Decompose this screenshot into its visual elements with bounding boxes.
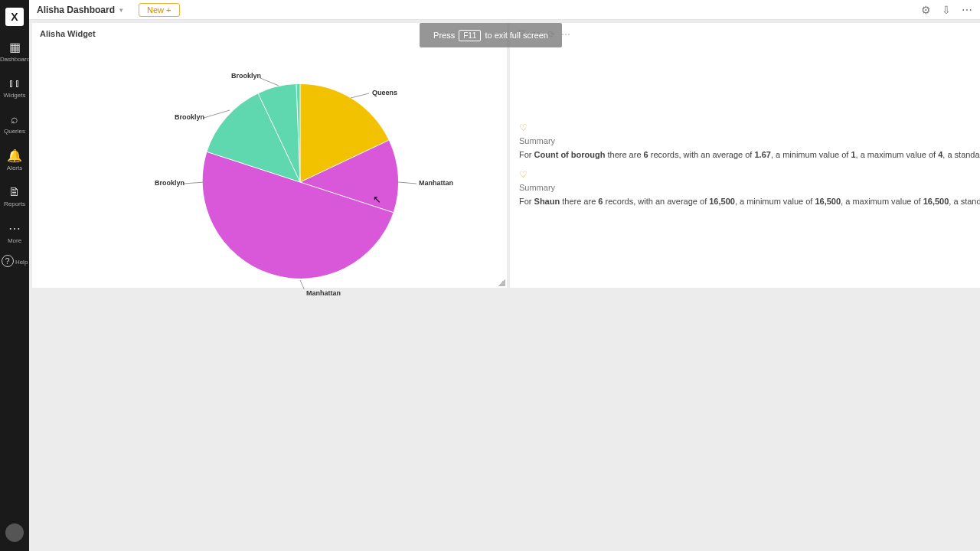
nav-queries[interactable]: ⌕ Queries [0, 112, 29, 135]
svg-line-10 [204, 110, 230, 118]
chevron-down-icon[interactable]: ▾ [119, 6, 123, 14]
nav-dashboards[interactable]: ▦ Dashboards [0, 40, 29, 63]
nav-label: Queries [4, 128, 25, 135]
nav-label: Reports [4, 201, 25, 207]
grid-icon: ▦ [0, 40, 29, 54]
svg-line-11 [260, 78, 279, 86]
more-icon: ⋯ [0, 221, 29, 236]
slice-label: Queens [372, 89, 397, 96]
summary-text: For Count of borough there are 6 records… [519, 148, 980, 161]
slice-label: Brooklyn [155, 179, 185, 187]
nav-label: More [8, 237, 21, 244]
bulb-icon: ♡ [519, 169, 528, 180]
svg-line-9 [184, 182, 204, 184]
menu-icon[interactable]: ☰ [518, 29, 526, 40]
intel-card[interactable]: ☰ ⫾⫾ ⟳ ⋯ Intellinside ♡ Summary For Coun… [510, 23, 980, 288]
summary-label: Summary [519, 183, 980, 192]
resize-handle[interactable] [498, 279, 505, 286]
summary-item: ♡ Summary For Count of borough there are… [519, 122, 980, 161]
download-icon[interactable]: ⇩ [942, 4, 951, 16]
widget-title: Alisha Widget [32, 23, 507, 44]
search-icon: ⌕ [0, 112, 29, 126]
slice-label: Brooklyn [175, 113, 204, 121]
bulb-icon: ♡ [519, 122, 528, 133]
chart-icon[interactable]: ⫾⫾ [532, 29, 541, 40]
more-icon[interactable]: ⋯ [962, 4, 972, 16]
nav-alerts[interactable]: 🔔 Alerts [0, 148, 29, 171]
bell-icon: 🔔 [0, 148, 29, 163]
slice-label: Manhattan [306, 289, 341, 297]
chart-icon: ⫾⫾ [0, 77, 29, 90]
summary-item: ♡ Summary For Shaun there are 6 records,… [519, 169, 980, 208]
nav-help[interactable]: ? Help [0, 255, 29, 269]
summary-label: Summary [519, 136, 980, 145]
svg-line-8 [300, 280, 306, 289]
topbar: Alisha Dashboard ▾ New + ⚙ ⇩ ⋯ [29, 0, 980, 20]
avatar[interactable] [5, 523, 24, 542]
pie-chart: Queens Manhattan Manhattan Brooklyn Broo… [32, 44, 507, 289]
more-icon[interactable]: ⋯ [561, 29, 570, 40]
nav-reports[interactable]: 🗎 Reports [0, 185, 29, 207]
refresh-icon[interactable]: ⟳ [547, 29, 555, 40]
settings-icon[interactable]: ⚙ [921, 4, 931, 16]
nav-more[interactable]: ⋯ More [0, 221, 29, 244]
new-button[interactable]: New + [139, 3, 180, 17]
dashboard-title[interactable]: Alisha Dashboard [37, 5, 115, 15]
nav-label: Widgets [4, 92, 26, 99]
svg-line-6 [351, 93, 369, 98]
nav-widgets[interactable]: ⫾⫾ Widgets [0, 77, 29, 99]
widget-card[interactable]: Alisha Widget [32, 23, 507, 288]
logo-icon[interactable]: X [5, 8, 24, 26]
nav-rail: X ▦ Dashboards ⫾⫾ Widgets ⌕ Queries 🔔 Al… [0, 0, 29, 551]
slice-label: Brooklyn [231, 72, 261, 80]
summary-text: For Shaun there are 6 records, with an a… [519, 195, 980, 208]
help-icon: ? [2, 255, 14, 267]
nav-label: Alerts [7, 165, 22, 171]
workspace: Alisha Widget [29, 20, 980, 551]
topbar-right: ⚙ ⇩ ⋯ [921, 4, 972, 16]
slice-label: Manhattan [419, 179, 453, 187]
intel-toolbar: ☰ ⫾⫾ ⟳ ⋯ [518, 29, 570, 40]
nav-label: Dashboards [0, 56, 33, 63]
nav-label: Help [15, 259, 28, 266]
document-icon: 🗎 [0, 185, 29, 199]
svg-line-7 [398, 182, 416, 184]
